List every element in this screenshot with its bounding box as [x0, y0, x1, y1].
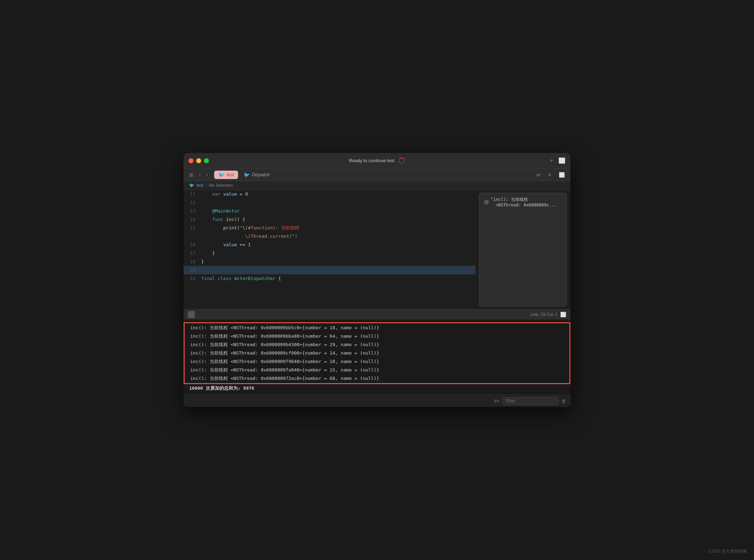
minimize-button[interactable]	[196, 158, 201, 163]
code-line-15b: \(Thread.current)")	[184, 232, 475, 241]
breadcrumb-current: No Selection	[209, 183, 233, 188]
filter-input[interactable]	[502, 397, 558, 405]
filter-bar: ⊞▾ 🗑	[494, 397, 566, 405]
code-line-20: 20 final class ActorDispatcher {	[184, 274, 475, 283]
breadcrumb: 🐦 test › No Selection	[184, 181, 570, 190]
console-area: inc(): 当前线程 <NSThread: 0x6000009bb5c0>{n…	[184, 319, 570, 407]
code-line-12: 12	[184, 198, 475, 207]
maximize-button[interactable]	[204, 158, 209, 163]
code-line-17: 17 }	[184, 249, 475, 257]
code-line-11: 11 var value = 0	[184, 190, 475, 198]
dispatch-icon: 🐦	[244, 172, 250, 178]
code-line-14: 14 func inc() {	[184, 215, 475, 224]
code-line-19: 19	[184, 266, 475, 274]
console-error-line-2: inc(): 当前线程 <NSThread: 0x6000009bba80>{n…	[184, 332, 570, 341]
tab-test[interactable]: 🐦 test	[214, 171, 238, 179]
console-error-line-4: inc(): 当前线程 <NSThread: 0x6000009cf900>{n…	[184, 349, 570, 357]
close-button[interactable]	[188, 158, 193, 163]
loading-spinner	[399, 158, 405, 164]
trash-icon[interactable]: 🗑	[561, 398, 566, 404]
grid-icon[interactable]: ⊞	[187, 171, 196, 178]
lines-icon[interactable]: ≡	[546, 171, 553, 178]
title-bar: Ready to continue test ＋ ⬜	[184, 153, 570, 168]
breadcrumb-swift-icon: 🐦	[189, 183, 194, 188]
console-error-line-3: inc(): 当前线程 <NSThread: 0x6000009b4300>{n…	[184, 341, 570, 349]
cursor-position: Line: 19 Col: 1	[530, 312, 557, 317]
layout-icon[interactable]: ⬜	[558, 157, 566, 164]
status-icon: ⬜	[560, 312, 566, 317]
title-bar-right: ＋ ⬜	[549, 157, 566, 164]
tab-dispatch-label: Dispatch	[252, 172, 270, 177]
console-error-line-1: inc(): 当前线程 <NSThread: 0x6000009bb5c0>{n…	[184, 322, 570, 332]
tab-bar-right: ⇄ ≡ ⬜	[534, 171, 567, 178]
watermark: CSDN @大熊猫侯佩	[708, 548, 747, 554]
title-bar-center: Ready to continue test	[349, 158, 405, 164]
filter-menu-icon[interactable]: ⊞▾	[494, 399, 499, 403]
tab-test-label: test	[226, 172, 234, 177]
callout-header: "inc(): 当前线程 <NSThread: 0x6000009c...	[484, 197, 562, 208]
console-error-line-7: inc(): 当前线程 <NSThread: 0x600000972ac0>{n…	[184, 374, 570, 384]
tab-dispatch[interactable]: 🐦 Dispatch	[239, 171, 274, 179]
callout-text: "inc(): 当前线程 <NSThread: 0x6000009c...	[491, 197, 557, 208]
callout-square-icon	[484, 200, 488, 204]
nav-icons: ⊞ ‹ ›	[187, 171, 210, 178]
breadcrumb-separator: ›	[205, 183, 207, 188]
editor-area: 11 var value = 0 12 13 @MainActor 14 fun…	[184, 190, 570, 310]
console-error-line-6: inc(): 当前线程 <NSThread: 0x6000009fa040>{n…	[184, 366, 570, 374]
status-bar: Line: 19 Col: 1 ⬜	[184, 310, 570, 319]
inline-callout: "inc(): 当前线程 <NSThread: 0x6000009c...	[479, 193, 567, 306]
stop-button[interactable]	[188, 311, 195, 318]
code-line-16: 16 value += 1	[184, 241, 475, 249]
code-editor[interactable]: 11 var value = 0 12 13 @MainActor 14 fun…	[184, 190, 475, 309]
forward-icon[interactable]: ›	[204, 171, 210, 178]
code-line-15: 15 print("\(#function): 当前线程	[184, 224, 475, 232]
code-line-18: 18 }	[184, 257, 475, 266]
panels-icon[interactable]: ⬜	[557, 171, 567, 178]
window-title: Ready to continue test	[349, 158, 394, 163]
code-line-13: 13 @MainActor	[184, 207, 475, 215]
app-window: Ready to continue test ＋ ⬜ ⊞ ‹ › 🐦 test …	[184, 153, 570, 407]
traffic-lights	[188, 158, 209, 163]
refresh-icon[interactable]: ⇄	[534, 171, 543, 178]
console-error-line-5: inc(): 当前线程 <NSThread: 0x6000009f9840>{n…	[184, 357, 570, 366]
tab-bar: ⊞ ‹ › 🐦 test 🐦 Dispatch ⇄ ≡ ⬜	[184, 168, 570, 181]
console-footer: ⊞▾ 🗑	[184, 395, 570, 407]
console-final-line: 10000 次累加的总和为: 9978	[184, 384, 570, 393]
add-icon[interactable]: ＋	[549, 157, 554, 164]
breadcrumb-root: test	[197, 183, 203, 188]
swift-icon: 🐦	[218, 172, 224, 178]
back-icon[interactable]: ‹	[197, 171, 203, 178]
